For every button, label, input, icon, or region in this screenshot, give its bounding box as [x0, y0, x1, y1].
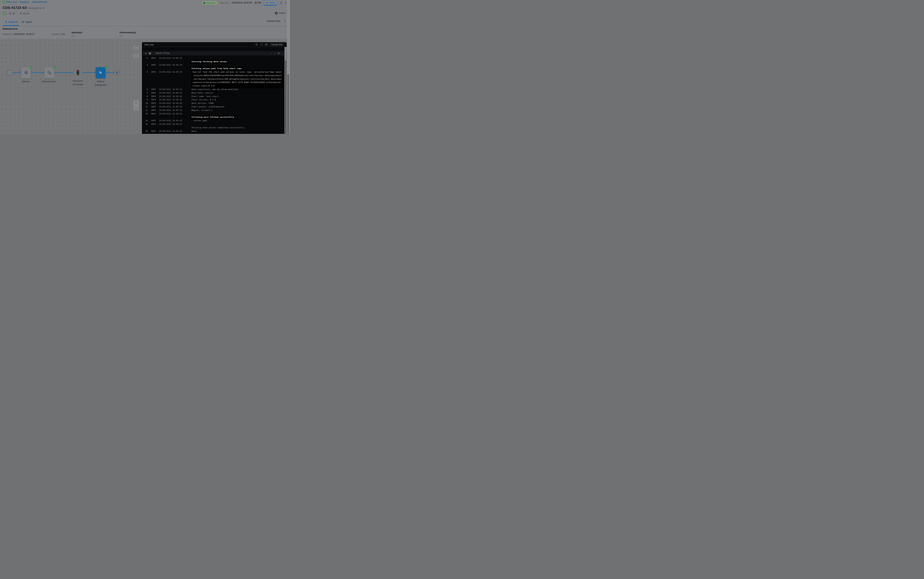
- connector-line: [13, 72, 20, 73]
- service-tag[interactable]: s2: [13, 12, 15, 15]
- log-line: 10INFO15/09/2022 16:09:42Helm version: V…: [142, 102, 282, 105]
- console-view-toggle-group: Console View: [267, 20, 286, 22]
- log-scrollbar[interactable]: [284, 47, 287, 134]
- page-title: CDS-41722-S3: [3, 6, 27, 10]
- stage-summary-band: DeployLocal Started at: 15/09/2022, 16:0…: [0, 26, 290, 39]
- user-menu[interactable]: Admin: [275, 11, 286, 15]
- log-line: 5INFO15/09/2022 16:09:35Did not find the…: [142, 70, 282, 88]
- user-name: Admin: [279, 12, 286, 15]
- log-line: Fetching helm values completed successfu…: [142, 126, 282, 129]
- fullscreen-icon[interactable]: [260, 43, 263, 46]
- console-view-toggle[interactable]: [282, 20, 286, 22]
- pipeline-meta-row: ∞ ⚙ s2 e2, e1: [3, 12, 29, 15]
- log-line: 7INFO15/09/2022 16:09:42Base Path: chart…: [142, 91, 282, 95]
- search-icon[interactable]: [255, 43, 258, 46]
- page-scrollbar[interactable]: [287, 0, 289, 134]
- log-line: 15INFO15/09/2022 16:09:42: [142, 123, 282, 126]
- node-label-service: Service: [16, 80, 36, 83]
- log-message: Starting fetching Helm values: [190, 60, 228, 64]
- gear-icon: ⚙: [24, 71, 28, 75]
- tab-bar: Pipeline Inputs: [0, 18, 290, 26]
- log-line: 14INFO15/09/2022 16:09:42- values.yaml: [142, 119, 282, 123]
- view-button[interactable]: View: [264, 0, 277, 5]
- page-scrollbar-thumb[interactable]: [287, 74, 289, 134]
- title-row: CDS-41722-S3 (Execution Id: 8): [3, 6, 44, 10]
- avatar-icon: [275, 11, 278, 15]
- multi-select-button[interactable]: [133, 54, 139, 58]
- rollout-icon: ↻: [99, 71, 102, 74]
- log-line: 16INFO15/09/2022 16:09:42Done.: [142, 129, 282, 133]
- log-message: Fetching helm values completed successfu…: [191, 126, 245, 129]
- tab-pipeline[interactable]: Pipeline: [5, 18, 18, 26]
- node-label-infrastructure: Infrastructure: [38, 80, 59, 83]
- check-circle-icon: ✓: [203, 2, 205, 4]
- open-in-new-icon[interactable]: [265, 43, 268, 46]
- step-name: Fetch Files: [156, 52, 170, 54]
- service-success-badge: ✓: [30, 66, 32, 69]
- connector-line: [31, 72, 44, 73]
- node-resource-constraint[interactable]: [77, 70, 79, 75]
- services-label: Service(s): [72, 31, 82, 34]
- node-infrastructure[interactable]: [44, 67, 54, 79]
- traffic-red-light: [77, 71, 79, 72]
- started-at: Started at: 15/09/2022, 16:09:27: [3, 33, 34, 36]
- rollout-success-badge: ✓: [105, 66, 108, 69]
- breadcrumb-pipelines[interactable]: Pipelines: [20, 1, 29, 3]
- harness-module-icon: ∞: [3, 12, 6, 15]
- tab-inputs[interactable]: Inputs: [21, 18, 32, 26]
- page-edge: [289, 0, 290, 134]
- start-time-label: Start time: [220, 2, 229, 4]
- environments-label: Environment(s): [119, 31, 136, 34]
- node-rollout-deployment[interactable]: ↻: [96, 67, 106, 79]
- pipeline-execution-page: ∞ CFDs_Test › Pipelines › CDS-41722-S3 ›…: [0, 0, 290, 134]
- log-console-view-button[interactable]: Console View: [270, 43, 284, 46]
- zoom-out-button[interactable]: −: [133, 105, 139, 111]
- inputs-icon: [21, 21, 24, 23]
- harness-logo-icon: ∞: [3, 1, 5, 3]
- node-service[interactable]: ⚙: [21, 67, 31, 79]
- node-label-resource-constraint: Resource Constraint: [67, 79, 88, 86]
- elapsed-time: 59s: [255, 2, 261, 4]
- zoom-in-button[interactable]: +: [133, 100, 139, 105]
- scroll-to-top-icon[interactable]: ↑: [271, 52, 272, 54]
- selection-icon: [135, 55, 137, 57]
- stage-name: DeployLocal: [3, 27, 17, 30]
- pipeline-start-node[interactable]: [7, 70, 13, 75]
- step-section-header[interactable]: ✓ Fetch Files ↑ ↓ 9s: [143, 51, 285, 56]
- log-lines[interactable]: m go1.17.13 }3INFO15/09/2022 16:09:35Sta…: [142, 53, 282, 133]
- scroll-to-bottom-icon[interactable]: ↓: [274, 52, 275, 54]
- breadcrumb-separator: ›: [18, 1, 19, 3]
- log-scrollbar-thumb[interactable]: [285, 60, 286, 134]
- console-view-label: Console View: [267, 20, 280, 22]
- step-logs-drawer: Step Logs Console View m go1.17.13 }3INF…: [142, 42, 287, 134]
- breadcrumb-project[interactable]: CFDs_Test: [6, 1, 17, 3]
- fit-to-screen-button[interactable]: [133, 46, 139, 50]
- log-line: 9INFO15/09/2022 16:09:42Chart version: 0…: [142, 98, 282, 102]
- clock-icon: [255, 2, 257, 4]
- log-message: Done.: [191, 129, 198, 133]
- services-value-link[interactable]: s2: [72, 34, 74, 37]
- kebab-menu-icon[interactable]: [285, 1, 287, 5]
- environment-tag[interactable]: e2, e1: [23, 12, 29, 15]
- log-message: Did not find the chart and version in lo…: [191, 70, 283, 88]
- log-message: Following were fetched successfully :: [190, 115, 238, 119]
- infrastructure-success-badge: ✓: [53, 66, 56, 69]
- environments-value-link[interactable]: e1: [119, 34, 122, 37]
- breadcrumb-pipeline-name[interactable]: CDS-41722-S3: [32, 1, 47, 3]
- log-message: Base Path: charts/: [191, 91, 214, 95]
- log-message: - values.yaml: [191, 119, 207, 123]
- log-message: Chart bucket: achhelmbucket: [191, 105, 225, 109]
- log-line: 12INFO15/09/2022 16:09:42Region: us-east…: [142, 109, 282, 112]
- step-duration: 9s: [278, 52, 280, 54]
- step-success-icon: ✓: [149, 52, 151, 54]
- log-message: Helm repository: aws-qa-setup-modified: [191, 88, 238, 91]
- step-logs-title: Step Logs: [144, 43, 154, 46]
- execution-status-cluster: ✓ SUCCESS Start time 15/09/2022 16:09:26…: [202, 0, 287, 5]
- chevron-down-icon[interactable]: [145, 53, 147, 54]
- pipeline-end-node: [114, 70, 120, 75]
- elapsed-value: 59s: [258, 2, 261, 4]
- connector-dot: [106, 72, 107, 74]
- eye-icon: [266, 2, 269, 3]
- refresh-icon[interactable]: [280, 1, 283, 4]
- start-time-value: 15/09/2022 16:09:26: [232, 2, 252, 4]
